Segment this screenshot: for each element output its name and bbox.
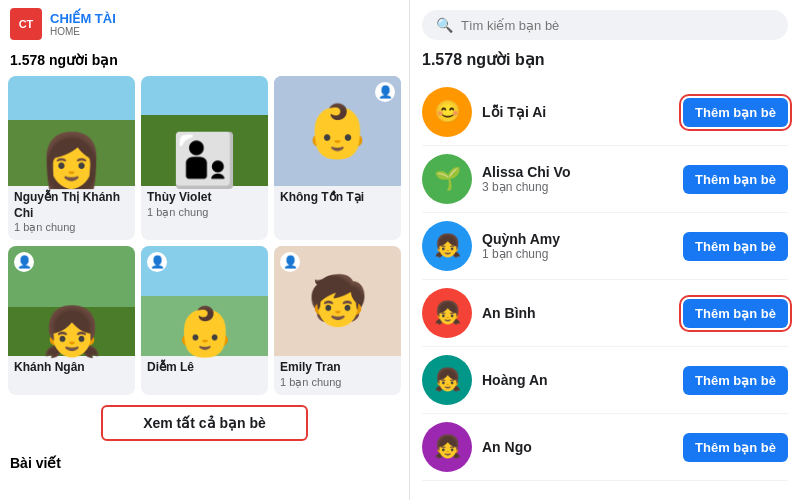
bai-viet-label: Bài viết: [0, 451, 409, 475]
left-header: CT CHIẾM TÀI HOME: [0, 0, 409, 48]
friend-name-4: Diễm Lê: [147, 360, 262, 376]
friend-name-list-3: An Bình: [482, 305, 673, 321]
friend-info-4: Hoàng An: [482, 372, 673, 388]
friend-mutual-5: 1 bạn chung: [280, 376, 395, 389]
friend-card-info-3: Khánh Ngân: [8, 356, 135, 382]
friend-card-info-1: Thùy Violet 1 bạn chung: [141, 186, 268, 225]
friend-card-5[interactable]: 🧒 👤 Emily Tran 1 bạn chung: [274, 246, 401, 395]
friend-card-3[interactable]: 👧 👤 Khánh Ngân: [8, 246, 135, 395]
add-friend-button-2[interactable]: Thêm bạn bè: [683, 232, 788, 261]
friend-card-2[interactable]: 👶 👤 Không Tồn Tại: [274, 76, 401, 240]
friend-card-img-3: 👧 👤: [8, 246, 135, 356]
friend-avatar-2: 👧: [422, 221, 472, 271]
left-friend-count: 1.578 người bạn: [0, 48, 409, 76]
friend-list: 😊 Lỗi Tại Ai Thêm bạn bè 🌱 Alissa Chi Vo…: [422, 79, 788, 481]
friend-card-img-2: 👶 👤: [274, 76, 401, 186]
friend-card-img-0: 👩: [8, 76, 135, 186]
friend-name-1: Thùy Violet: [147, 190, 262, 206]
add-friend-button-1[interactable]: Thêm bạn bè: [683, 165, 788, 194]
friend-list-item-0[interactable]: 😊 Lỗi Tại Ai Thêm bạn bè: [422, 79, 788, 146]
add-friend-button-5[interactable]: Thêm bạn bè: [683, 433, 788, 462]
search-bar[interactable]: 🔍: [422, 10, 788, 40]
friend-card-img-1: 👨‍👦: [141, 76, 268, 186]
friend-card-1[interactable]: 👨‍👦 Thùy Violet 1 bạn chung: [141, 76, 268, 240]
friend-mutual-list-1: 3 bạn chung: [482, 180, 673, 194]
friend-avatar-4: 👧: [422, 355, 472, 405]
search-icon: 🔍: [436, 17, 453, 33]
friend-name-list-5: An Ngo: [482, 439, 673, 455]
friend-mutual-0: 1 bạn chung: [14, 221, 129, 234]
friend-card-4[interactable]: 👶 👤 Diễm Lê: [141, 246, 268, 395]
right-panel: 🔍 1.578 người bạn 😊 Lỗi Tại Ai Thêm bạn …: [410, 0, 800, 500]
friend-name-2: Không Tồn Tại: [280, 190, 395, 206]
app-title: CHIẾM TÀI: [50, 11, 116, 27]
add-friend-button-4[interactable]: Thêm bạn bè: [683, 366, 788, 395]
friend-list-item-1[interactable]: 🌱 Alissa Chi Vo 3 bạn chung Thêm bạn bè: [422, 146, 788, 213]
friend-info-2: Quỳnh Amy 1 bạn chung: [482, 231, 673, 261]
friend-name-list-0: Lỗi Tại Ai: [482, 104, 673, 120]
friend-card-info-2: Không Tồn Tại: [274, 186, 401, 212]
friends-grid: 👩 Nguyễn Thị Khánh Chi 1 bạn chung 👨‍👦 T…: [0, 76, 409, 395]
friend-info-0: Lỗi Tại Ai: [482, 104, 673, 120]
left-panel: CT CHIẾM TÀI HOME 1.578 người bạn 👩 Nguy…: [0, 0, 410, 500]
app-title-block: CHIẾM TÀI HOME: [50, 11, 116, 38]
friend-avatar-3: 👧: [422, 288, 472, 338]
friend-card-info-0: Nguyễn Thị Khánh Chi 1 bạn chung: [8, 186, 135, 240]
friend-info-1: Alissa Chi Vo 3 bạn chung: [482, 164, 673, 194]
friend-card-0[interactable]: 👩 Nguyễn Thị Khánh Chi 1 bạn chung: [8, 76, 135, 240]
friend-avatar-1: 🌱: [422, 154, 472, 204]
view-all-button[interactable]: Xem tất cả bạn bè: [101, 405, 308, 441]
friend-name-list-2: Quỳnh Amy: [482, 231, 673, 247]
right-friend-count: 1.578 người bạn: [422, 50, 788, 69]
search-input[interactable]: [461, 18, 774, 33]
friend-list-item-3[interactable]: 👧 An Bình Thêm bạn bè: [422, 280, 788, 347]
friend-mutual-1: 1 bạn chung: [147, 206, 262, 219]
friend-name-list-1: Alissa Chi Vo: [482, 164, 673, 180]
friend-info-5: An Ngo: [482, 439, 673, 455]
app-logo: CT: [10, 8, 42, 40]
friend-card-info-5: Emily Tran 1 bạn chung: [274, 356, 401, 395]
friend-list-item-2[interactable]: 👧 Quỳnh Amy 1 bạn chung Thêm bạn bè: [422, 213, 788, 280]
add-friend-button-3[interactable]: Thêm bạn bè: [683, 299, 788, 328]
friend-card-info-4: Diễm Lê: [141, 356, 268, 382]
friend-info-3: An Bình: [482, 305, 673, 321]
friend-name-3: Khánh Ngân: [14, 360, 129, 376]
friend-list-item-5[interactable]: 👧 An Ngo Thêm bạn bè: [422, 414, 788, 481]
app-subtitle: HOME: [50, 26, 116, 37]
friend-list-item-4[interactable]: 👧 Hoàng An Thêm bạn bè: [422, 347, 788, 414]
friend-card-img-5: 🧒 👤: [274, 246, 401, 356]
friend-mutual-list-2: 1 bạn chung: [482, 247, 673, 261]
friend-name-list-4: Hoàng An: [482, 372, 673, 388]
friend-avatar-0: 😊: [422, 87, 472, 137]
add-friend-button-0[interactable]: Thêm bạn bè: [683, 98, 788, 127]
friend-name-5: Emily Tran: [280, 360, 395, 376]
friend-name-0: Nguyễn Thị Khánh Chi: [14, 190, 129, 221]
friend-avatar-5: 👧: [422, 422, 472, 472]
friend-card-img-4: 👶 👤: [141, 246, 268, 356]
